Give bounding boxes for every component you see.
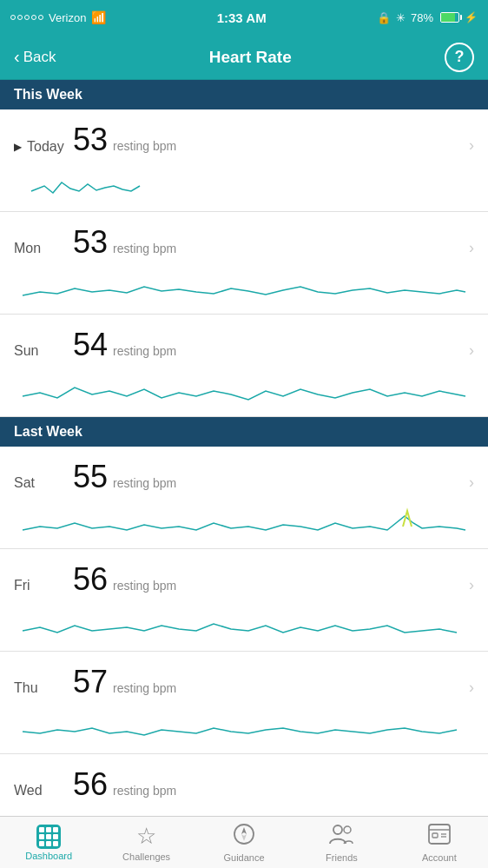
- bpm-value-sat: 55: [73, 459, 108, 495]
- chevron-right-sat: ›: [469, 474, 474, 492]
- chevron-right-sun: ›: [469, 341, 474, 360]
- screen-rotation-icon: 🔒: [377, 11, 391, 24]
- chevron-right-mon: ›: [469, 239, 474, 257]
- battery-icon: [440, 12, 459, 23]
- bluetooth-icon: ✳: [396, 11, 406, 24]
- dashboard-icon: [36, 825, 61, 849]
- back-button[interactable]: ‹ Back: [14, 47, 56, 67]
- signal-dot-5: [38, 15, 43, 20]
- chevron-right-today: ›: [469, 136, 474, 155]
- bpm-section-wed: 56 resting bpm: [66, 766, 474, 803]
- day-row-wed[interactable]: Wed 56 resting bpm: [0, 754, 488, 808]
- chevron-right-fri: ›: [469, 576, 474, 594]
- bpm-section-thu: 57 resting bpm: [66, 664, 469, 700]
- day-header-mon: Mon 53 resting bpm ›: [0, 212, 488, 266]
- play-icon: ▶: [14, 141, 22, 153]
- day-label-wed: Wed: [14, 783, 66, 798]
- chevron-right-thu: ›: [469, 679, 474, 697]
- status-bar: Verizon 📶 1:33 AM 🔒 ✳ 78% ⚡: [0, 0, 488, 35]
- help-button[interactable]: ?: [445, 43, 474, 72]
- sparkline-thu: [0, 706, 488, 753]
- bpm-value-sun: 54: [73, 327, 108, 363]
- tab-label-friends: Friends: [326, 852, 358, 863]
- bpm-value-wed: 56: [73, 766, 108, 803]
- tab-guidance[interactable]: Guidance: [195, 818, 293, 868]
- star-icon: ☆: [136, 823, 156, 850]
- tab-challenges[interactable]: ☆ Challenges: [97, 818, 195, 867]
- svg-marker-2: [241, 834, 247, 841]
- tab-dashboard[interactable]: Dashboard: [0, 819, 97, 866]
- day-header-fri: Fri 56 resting bpm ›: [0, 549, 488, 603]
- content-area: This Week ▶ Today 53 resting bpm › Mon 5…: [0, 80, 488, 816]
- day-row-today[interactable]: ▶ Today 53 resting bpm ›: [0, 109, 488, 212]
- tab-bar: Dashboard ☆ Challenges Guidance Friends: [0, 816, 488, 868]
- day-label-sat: Sat: [14, 475, 66, 491]
- status-left: Verizon 📶: [10, 10, 106, 24]
- help-label: ?: [454, 48, 464, 66]
- bpm-value-thu: 57: [73, 664, 108, 700]
- status-time: 1:33 AM: [217, 10, 267, 25]
- section-header-this-week: This Week: [0, 80, 488, 109]
- battery-fill: [441, 13, 455, 22]
- sparkline-chart-mon: [14, 269, 474, 308]
- day-header-thu: Thu 57 resting bpm ›: [0, 652, 488, 706]
- svg-point-4: [344, 826, 351, 833]
- day-label-today: ▶ Today: [14, 139, 66, 155]
- sparkline-chart-thu: [14, 709, 474, 748]
- back-label: Back: [23, 49, 56, 66]
- nav-bar: ‹ Back Heart Rate ?: [0, 35, 488, 80]
- day-header-sun: Sun 54 resting bpm ›: [0, 315, 488, 368]
- account-icon: [427, 823, 452, 851]
- sparkline-fri: [0, 603, 488, 651]
- tab-label-guidance: Guidance: [223, 852, 264, 863]
- bpm-section-sat: 55 resting bpm: [66, 459, 469, 495]
- sparkline-today: [0, 163, 488, 211]
- day-header-wed: Wed 56 resting bpm: [0, 754, 488, 808]
- back-chevron-icon: ‹: [14, 47, 20, 67]
- tab-account[interactable]: Account: [391, 818, 488, 868]
- day-header-today: ▶ Today 53 resting bpm ›: [0, 109, 488, 163]
- bpm-section-sun: 54 resting bpm: [66, 327, 469, 363]
- svg-point-3: [333, 825, 342, 834]
- bpm-label-sat: resting bpm: [113, 476, 176, 490]
- bpm-label-sun: resting bpm: [113, 344, 176, 358]
- bpm-value-mon: 53: [73, 224, 108, 261]
- tab-friends[interactable]: Friends: [293, 818, 390, 868]
- sparkline-mon: [0, 266, 488, 314]
- day-row-thu[interactable]: Thu 57 resting bpm ›: [0, 652, 488, 754]
- sparkline-chart-sat: [14, 504, 474, 543]
- tab-label-account: Account: [422, 852, 457, 863]
- bpm-label-mon: resting bpm: [113, 242, 176, 255]
- wifi-icon: 📶: [91, 10, 106, 24]
- tab-label-challenges: Challenges: [122, 851, 170, 862]
- bpm-section-today: 53 resting bpm: [66, 122, 469, 158]
- day-label-mon: Mon: [14, 241, 66, 256]
- signal-dot-4: [31, 15, 36, 20]
- sparkline-sun: [0, 368, 488, 416]
- battery-percent: 78%: [411, 11, 433, 24]
- compass-icon: [233, 823, 255, 851]
- day-label-sun: Sun: [14, 343, 66, 359]
- bpm-label-fri: resting bpm: [113, 579, 176, 593]
- sparkline-chart-fri: [14, 606, 474, 646]
- bpm-label-wed: resting bpm: [113, 784, 176, 798]
- signal-dots: [10, 15, 43, 20]
- bpm-section-fri: 56 resting bpm: [66, 561, 469, 598]
- sparkline-chart-sun: [14, 372, 474, 411]
- signal-dot-3: [24, 15, 30, 20]
- signal-dot-1: [10, 15, 16, 20]
- carrier-label: Verizon: [49, 11, 86, 24]
- day-row-fri[interactable]: Fri 56 resting bpm ›: [0, 549, 488, 652]
- day-label-fri: Fri: [14, 578, 66, 593]
- day-row-mon[interactable]: Mon 53 resting bpm ›: [0, 212, 488, 315]
- day-row-sun[interactable]: Sun 54 resting bpm ›: [0, 315, 488, 417]
- charging-icon: ⚡: [465, 11, 478, 23]
- bpm-section-mon: 53 resting bpm: [66, 224, 469, 261]
- bpm-label-thu: resting bpm: [113, 681, 176, 695]
- friends-icon: [328, 823, 354, 851]
- section-header-last-week: Last Week: [0, 417, 488, 447]
- day-header-sat: Sat 55 resting bpm ›: [0, 447, 488, 500]
- day-row-sat[interactable]: Sat 55 resting bpm ›: [0, 447, 488, 549]
- bpm-label-today: resting bpm: [113, 139, 176, 153]
- tab-label-dashboard: Dashboard: [25, 851, 72, 861]
